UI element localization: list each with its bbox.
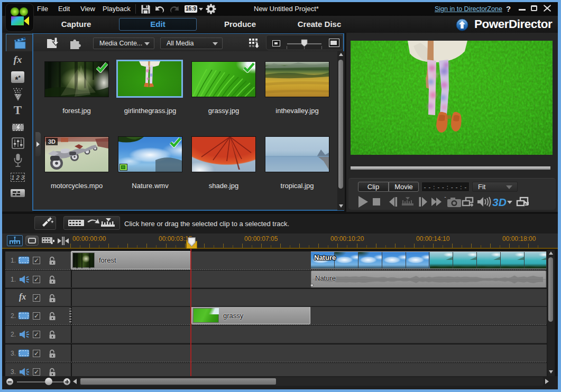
svg-text:3D: 3D xyxy=(492,196,507,208)
